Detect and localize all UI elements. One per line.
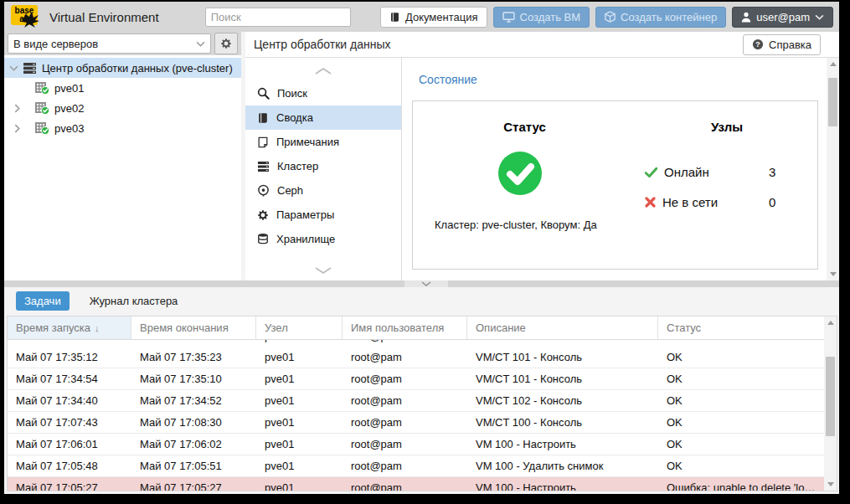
table-row[interactable]: Май 07 17:07:43Май 07 17:08:30pve01root@… — [8, 412, 824, 434]
table-cell: Май 07 17:35:10 — [131, 373, 256, 385]
resource-tree: Центр обработки данных (pve-cluster)pve0… — [4, 55, 241, 138]
tasks-scrollbar[interactable] — [824, 316, 837, 491]
documentation-button[interactable]: Документация — [380, 7, 487, 28]
menu-item-label: Примечания — [276, 136, 339, 148]
chevron-down-icon — [815, 14, 824, 20]
tasks-grid-inner: Время запуска↓Время окончанияУзелИмя пол… — [8, 316, 824, 491]
menu-scroll-up[interactable] — [245, 68, 401, 75]
view-mode-select[interactable]: В виде серверов — [8, 33, 211, 54]
node-icon — [34, 81, 49, 95]
table-cell: OK — [658, 416, 824, 429]
menu-item-2[interactable]: Примечания — [245, 130, 401, 154]
content-scrollbar[interactable] — [827, 58, 839, 280]
chevron-down-icon[interactable] — [8, 65, 19, 71]
menu-item-label: Поиск — [277, 87, 307, 100]
tasks-grid-header: Время запуска↓Время окончанияУзелИмя пол… — [8, 316, 824, 340]
tree-row-pve01[interactable]: pve01 — [4, 78, 241, 98]
menu-item-0[interactable]: Поиск — [245, 81, 401, 105]
tasks-panel: Задачи Журнал кластера Время запуска↓Вре… — [4, 287, 839, 494]
svg-text:?: ? — [755, 40, 760, 49]
table-row[interactable]: Май 07 17:05:48Май 07 17:05:51pve01root@… — [8, 455, 824, 477]
menu-item-3[interactable]: Кластер — [245, 154, 401, 178]
search-icon — [257, 87, 270, 100]
tree-settings-button[interactable] — [214, 33, 238, 54]
menu-item-5[interactable]: Параметры — [245, 203, 401, 227]
user-menu-button[interactable]: user@pam — [732, 7, 833, 28]
user-menu-label: user@pam — [756, 11, 810, 23]
scroll-up-arrow[interactable] — [830, 62, 837, 66]
tasks-grid-body: pve01root@pamМай 07 17:35:12Май 07 17:35… — [8, 340, 824, 491]
menu-scroll-down[interactable] — [245, 267, 401, 274]
table-row[interactable]: Май 07 17:34:40Май 07 17:34:52pve01root@… — [8, 390, 824, 412]
status-box: Статус Узлы Кластер: pve-cluster, Кворум… — [412, 100, 818, 270]
resource-tree-panel: В виде серверов Центр обработки данных (… — [4, 32, 241, 280]
gear-icon — [257, 209, 269, 221]
table-cell: pve01 — [256, 460, 343, 472]
tab-cluster-log[interactable]: Журнал кластера — [81, 291, 187, 311]
menu-item-label: Кластер — [277, 160, 318, 172]
table-row[interactable]: Май 07 17:35:12Май 07 17:35:23pve01root@… — [8, 347, 824, 368]
column-header-5[interactable]: Статус — [658, 316, 824, 339]
column-header-4[interactable]: Описание — [467, 316, 658, 339]
table-row[interactable]: Май 07 17:34:54Май 07 17:35:10pve01root@… — [8, 368, 824, 390]
create-vm-button[interactable]: Создать ВМ — [493, 7, 590, 28]
gear-icon — [220, 38, 232, 49]
create-container-button[interactable]: Создать контейнер — [595, 7, 726, 28]
status-column-heading: Статус — [413, 120, 636, 134]
tree-row-pve02[interactable]: pve02 — [4, 98, 241, 118]
vendor-logo: base alt — [4, 2, 43, 32]
table-cell: root@pam — [343, 481, 467, 491]
offline-count: 0 — [769, 195, 775, 209]
table-cell: pve01 — [256, 416, 343, 429]
table-row-partial[interactable]: pve01root@pam — [8, 340, 824, 347]
scroll-down-arrow[interactable] — [827, 482, 834, 486]
menu-item-4[interactable]: Ceph — [245, 178, 401, 203]
menu-item-1[interactable]: Сводка — [245, 105, 401, 130]
tab-tasks[interactable]: Задачи — [16, 291, 70, 311]
partially-scrolled-row: pve01root@pam — [8, 340, 824, 347]
table-cell: pve01 — [256, 340, 343, 342]
table-cell: Май 07 17:34:52 — [131, 394, 256, 407]
menu-item-6[interactable]: Хранилище — [245, 227, 401, 251]
breadcrumb: Центр обработки данных — [254, 38, 391, 51]
column-header-label: Описание — [476, 321, 526, 334]
column-header-3[interactable]: Имя пользователя — [343, 316, 467, 339]
chevron-down-icon — [196, 41, 205, 47]
column-header-1[interactable]: Время окончания — [131, 316, 256, 339]
create-vm-button-label: Создать ВМ — [520, 11, 581, 23]
scrollbar-thumb[interactable] — [828, 78, 837, 126]
online-label: Онлайн — [664, 165, 709, 179]
table-cell: Май 07 17:35:12 — [8, 351, 131, 363]
chevron-right-icon[interactable] — [11, 124, 23, 133]
book-icon — [389, 12, 400, 23]
alt-bird-icon — [19, 10, 41, 28]
horizontal-splitter[interactable] — [4, 280, 839, 287]
sort-descending-icon: ↓ — [95, 323, 100, 333]
column-header-2[interactable]: Узел — [256, 316, 343, 339]
table-cell: Май 07 17:34:40 — [8, 394, 131, 407]
scroll-up-arrow[interactable] — [827, 321, 834, 325]
column-header-0[interactable]: Время запуска↓ — [8, 316, 131, 339]
tree-row-центр[interactable]: Центр обработки данных (pve-cluster) — [4, 58, 241, 78]
table-cell: pve01 — [256, 481, 343, 491]
table-cell: Ошибка: unable to delete 'lo… — [658, 481, 824, 491]
scroll-down-arrow[interactable] — [830, 272, 837, 276]
global-search-input[interactable] — [205, 8, 351, 27]
table-row[interactable]: Май 07 17:06:01Май 07 17:06:02pve01root@… — [8, 434, 824, 455]
column-header-label: Статус — [667, 321, 701, 334]
chevron-right-icon[interactable] — [11, 104, 23, 113]
node-icon — [34, 101, 49, 115]
table-cell: OK — [658, 373, 824, 385]
table-cell: root@pam — [343, 438, 467, 450]
table-row[interactable]: Май 07 17:05:27Май 07 17:05:27pve01root@… — [8, 477, 824, 491]
table-cell: Май 07 17:34:54 — [8, 373, 131, 385]
tree-node-label: pve01 — [53, 82, 84, 95]
tree-row-pve03[interactable]: pve03 — [4, 118, 241, 138]
table-cell: VM 100 - Удалить снимок — [467, 460, 658, 472]
create-container-button-label: Создать контейнер — [621, 11, 717, 23]
column-header-label: Время окончания — [140, 321, 229, 334]
scrollbar-thumb[interactable] — [826, 357, 835, 436]
documentation-button-label: Документация — [405, 11, 478, 23]
help-button[interactable]: ? Справка — [743, 34, 821, 55]
splitter-collapse-handle[interactable] — [404, 280, 448, 287]
